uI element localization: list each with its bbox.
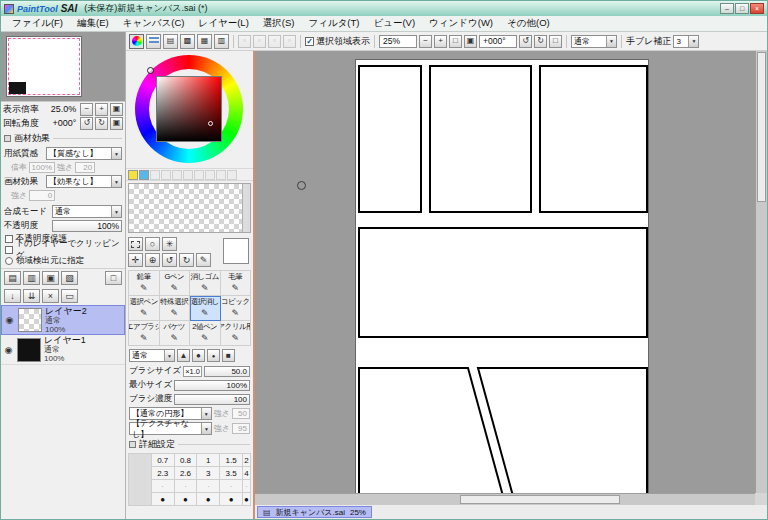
horizontal-scrollbar[interactable] xyxy=(255,493,755,505)
rotate-reset-button[interactable]: □ xyxy=(549,35,562,48)
zoom-field[interactable]: 25% xyxy=(379,35,417,48)
size-preset-dot[interactable]: ● xyxy=(197,493,220,506)
scratchpad-panel-button[interactable]: ▩ xyxy=(180,34,195,49)
size-preset-dot[interactable]: · xyxy=(197,480,220,493)
size-preset-dot[interactable]: ● xyxy=(175,493,198,506)
swatch-empty[interactable] xyxy=(216,170,226,180)
size-preset-dot[interactable]: ● xyxy=(220,493,243,506)
paste-layer-button[interactable]: ▧ xyxy=(61,271,78,285)
menu-others[interactable]: その他(O) xyxy=(500,16,557,31)
rotate-ccw-button[interactable]: ↺ xyxy=(519,35,532,48)
brush-tip-soft-circle[interactable]: ● xyxy=(207,349,220,362)
vertical-scrollbar[interactable] xyxy=(755,51,767,493)
layer-item-1[interactable]: ◉ レイヤー1 通常 100% xyxy=(1,335,125,365)
tool-select-eraser[interactable]: 選択消し ✎ xyxy=(190,296,221,321)
brush-texture-dropdown[interactable]: 【テクスチャなし】 ▼ xyxy=(129,422,212,435)
size-preset-dot[interactable]: · xyxy=(220,480,243,493)
swatch-empty[interactable] xyxy=(205,170,215,180)
size-preset[interactable]: 1.5 xyxy=(220,454,243,467)
zoom-fit-button[interactable]: ▣ xyxy=(464,35,477,48)
eyedropper-tool[interactable]: ✎ xyxy=(196,253,211,267)
size-preset[interactable]: 2 xyxy=(243,454,251,467)
swatch-empty[interactable] xyxy=(227,170,237,180)
menu-canvas[interactable]: キャンバス(C) xyxy=(116,16,192,31)
navigator[interactable] xyxy=(1,32,125,102)
size-preset-dot[interactable]: ● xyxy=(152,493,175,506)
min-size-slider[interactable]: 100% xyxy=(174,380,250,391)
copy-layer-button[interactable]: ▣ xyxy=(42,271,59,285)
swatch-empty[interactable] xyxy=(172,170,182,180)
brush-density-slider[interactable]: 100 xyxy=(174,394,250,405)
rotate-cw-button[interactable]: ↻ xyxy=(534,35,547,48)
hue-cursor[interactable] xyxy=(147,67,154,74)
merge-down-button[interactable]: ⇊ xyxy=(23,289,40,303)
tool-acrylic[interactable]: アクリル用 ✎ xyxy=(221,321,252,346)
selection-source-radio[interactable] xyxy=(5,257,13,265)
paper-texture-dropdown[interactable]: 【質感なし】 ▼ xyxy=(46,147,122,160)
tool-copic[interactable]: コピック ✎ xyxy=(221,296,252,321)
size-preset-dot[interactable]: ● xyxy=(243,493,251,506)
zoom-reset-button[interactable]: □ xyxy=(449,35,462,48)
layer-panel-option-button[interactable]: □ xyxy=(105,271,122,285)
slot-panel-button[interactable]: ▥ xyxy=(214,34,229,49)
document-tab[interactable]: ▤ 新規キャンバス.sai 25% xyxy=(257,506,372,518)
lasso-tool[interactable]: ○ xyxy=(145,237,160,251)
nav-zoom-reset-button[interactable]: ▣ xyxy=(110,103,123,116)
brush-size-slider[interactable]: 50.0 xyxy=(204,366,250,377)
size-preset[interactable]: 1 xyxy=(197,454,220,467)
blend-mode-dropdown[interactable]: 通常 ▼ xyxy=(52,205,122,218)
menu-filter[interactable]: フィルタ(T) xyxy=(301,16,366,31)
rgb-slider-panel-button[interactable] xyxy=(146,34,161,49)
angle-field[interactable]: +000° xyxy=(479,35,517,48)
layer-visibility-icon[interactable]: ◉ xyxy=(3,345,14,355)
workspace[interactable] xyxy=(255,51,755,493)
nav-rotate-ccw-button[interactable]: ↺ xyxy=(80,117,93,130)
mixer-panel-button[interactable]: ▦ xyxy=(197,34,212,49)
swatch-blue[interactable] xyxy=(139,170,149,180)
tool-special-select[interactable]: 特殊選択 ✎ xyxy=(160,296,191,321)
new-layer-button[interactable]: ▤ xyxy=(4,271,21,285)
swatch-empty[interactable] xyxy=(194,170,204,180)
preserve-opacity-checkbox[interactable] xyxy=(5,235,13,243)
brush-size-multiplier[interactable]: ×1.0 xyxy=(183,366,202,377)
nav-zoom-out-button[interactable]: − xyxy=(80,103,93,116)
menu-file[interactable]: ファイル(F) xyxy=(5,16,70,31)
brush-tip-circle[interactable]: ● xyxy=(192,349,205,362)
tool-bucket[interactable]: バケツ ✎ xyxy=(160,321,191,346)
close-button[interactable]: × xyxy=(750,3,764,14)
clipping-group-checkbox[interactable] xyxy=(5,246,13,254)
stabilizer-dropdown[interactable]: 3 ▼ xyxy=(673,35,699,48)
layer-visibility-icon[interactable]: ◉ xyxy=(4,315,15,325)
material-section-header[interactable]: 画材効果 xyxy=(1,130,125,146)
size-preset-dot[interactable]: · xyxy=(243,480,251,493)
tool-eraser[interactable]: 消しゴム ✎ xyxy=(190,271,221,296)
nav-rotate-reset-button[interactable]: ▣ xyxy=(110,117,123,130)
swatch-empty[interactable] xyxy=(161,170,171,180)
nav-zoom-in-button[interactable]: + xyxy=(95,103,108,116)
delete-layer-button[interactable]: ▭ xyxy=(61,289,78,303)
selection-display-checkbox[interactable]: ✓ xyxy=(305,37,314,46)
zoom-tool[interactable]: ⊕ xyxy=(145,253,160,267)
scratchpad[interactable] xyxy=(128,183,251,233)
magic-wand-tool[interactable]: ✳ xyxy=(162,237,177,251)
size-preset[interactable]: 3 xyxy=(197,467,220,480)
rect-select-tool[interactable] xyxy=(128,237,143,251)
new-layer-set-button[interactable]: ▥ xyxy=(23,271,40,285)
menu-view[interactable]: ビュー(V) xyxy=(367,16,423,31)
saturation-value-square[interactable] xyxy=(156,76,222,142)
sv-cursor[interactable] xyxy=(208,121,213,126)
preset-scrollbar[interactable] xyxy=(129,454,152,506)
rotate-view-cw-tool[interactable]: ↻ xyxy=(179,253,194,267)
minimize-button[interactable]: – xyxy=(720,3,734,14)
size-preset[interactable]: 2.3 xyxy=(152,467,175,480)
size-preset-dot[interactable]: · xyxy=(152,480,175,493)
brush-tip-triangle[interactable]: ▲ xyxy=(177,349,190,362)
sampling-mode-dropdown[interactable]: 通常 ▼ xyxy=(571,35,617,48)
tool-pencil[interactable]: 鉛筆 ✎ xyxy=(129,271,160,296)
size-preset[interactable]: 4 xyxy=(243,467,251,480)
size-preset[interactable]: 3.5 xyxy=(220,467,243,480)
material-effect-dropdown[interactable]: 【効果なし】 ▼ xyxy=(46,175,122,188)
tool-select-pen[interactable]: 選択ペン ✎ xyxy=(129,296,160,321)
tool-brush[interactable]: 毛筆 ✎ xyxy=(221,271,252,296)
swatch-empty[interactable] xyxy=(183,170,193,180)
